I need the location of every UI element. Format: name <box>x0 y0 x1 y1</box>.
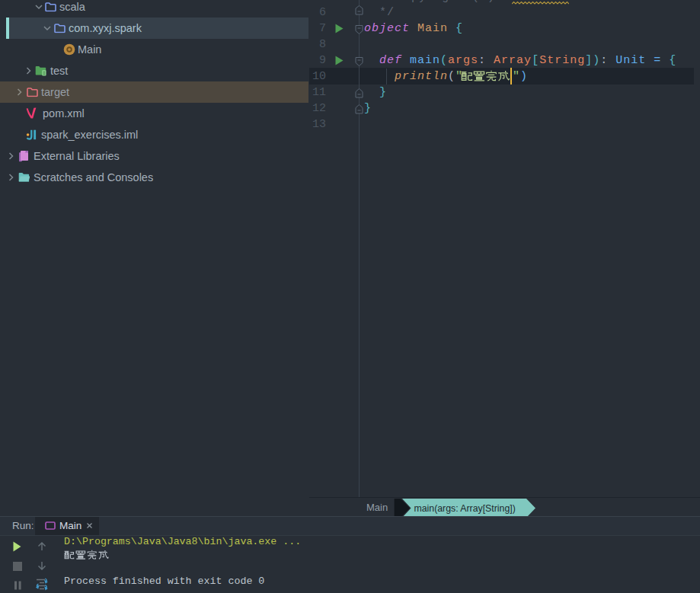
svg-text:main(args: Array[String]): main(args: Array[String]) <box>414 503 516 514</box>
